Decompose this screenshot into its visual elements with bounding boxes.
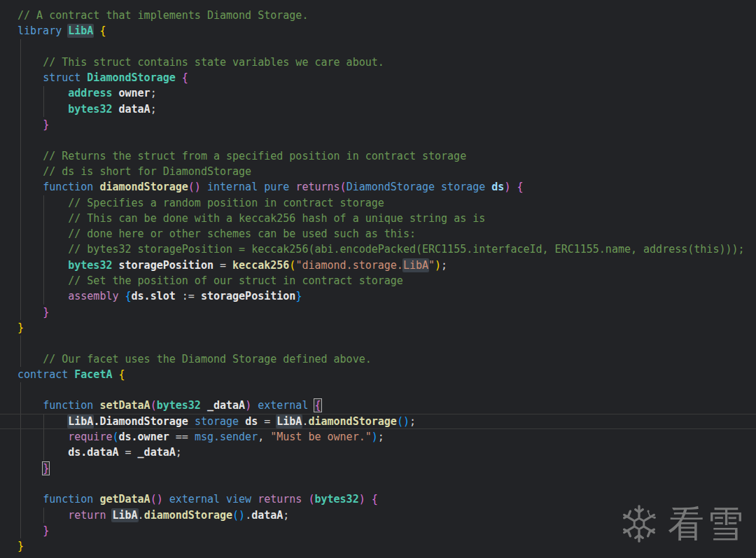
- code-token: [18, 87, 68, 99]
- code-token: external: [169, 493, 220, 505]
- code-token: (: [150, 399, 157, 412]
- code-token: function: [43, 399, 93, 412]
- code-line[interactable]: // This can be done with a keccak256 has…: [0, 211, 756, 226]
- code-token: require: [68, 431, 112, 443]
- code-line[interactable]: struct DiamondStorage {: [0, 70, 756, 85]
- code-line[interactable]: // Set the position of our struct in con…: [0, 273, 756, 288]
- code-token: keccak256: [232, 259, 289, 272]
- code-editor[interactable]: // A contract that implements Diamond St…: [0, 0, 756, 558]
- code-token: =: [258, 415, 276, 428]
- code-token: {: [372, 493, 378, 505]
- code-token: ;: [150, 87, 157, 99]
- code-token: [18, 165, 43, 178]
- code-token: ds.dataA: [68, 446, 118, 459]
- code-line[interactable]: bytes32 storagePosition = keccak256("dia…: [0, 258, 756, 273]
- code-token: [435, 181, 441, 193]
- code-line[interactable]: [0, 476, 756, 491]
- code-line[interactable]: require(ds.owner == msg.sender, "Must be…: [0, 429, 756, 445]
- code-line[interactable]: }: [0, 461, 756, 476]
- code-token: [80, 71, 87, 84]
- code-token: [18, 431, 68, 443]
- code-line[interactable]: [0, 335, 756, 351]
- code-token: setDataA: [99, 399, 150, 412]
- code-line[interactable]: ds.dataA = _dataA;: [0, 445, 756, 460]
- highlighted-token: LibA: [112, 509, 137, 522]
- code-token: [485, 181, 491, 193]
- code-token: bytes32: [68, 259, 112, 272]
- code-line[interactable]: // bytes32 storagePosition = keccak256(a…: [0, 242, 756, 257]
- code-line[interactable]: }: [0, 320, 756, 335]
- code-token: (): [150, 493, 163, 505]
- code-token: bytes32: [314, 493, 358, 505]
- code-token: }: [43, 306, 49, 319]
- code-token: function: [43, 181, 93, 193]
- code-token: [68, 368, 74, 381]
- code-line[interactable]: }: [0, 117, 756, 132]
- code-token: {: [119, 368, 125, 381]
- code-token: storage: [195, 415, 239, 428]
- code-area[interactable]: // A contract that implements Diamond St…: [0, 8, 756, 554]
- code-token: getDataA: [99, 493, 150, 505]
- code-line[interactable]: function setDataA(bytes32 _dataA) extern…: [0, 398, 756, 413]
- code-token: (: [112, 431, 118, 443]
- code-line[interactable]: // Specifies a random position in contra…: [0, 195, 756, 211]
- code-token: // done here or other schemes can be use…: [68, 228, 416, 240]
- code-token: // Specifies a random position in contra…: [68, 197, 384, 209]
- code-line[interactable]: [0, 39, 756, 55]
- code-token: [251, 493, 258, 505]
- code-line[interactable]: LibA.DiamondStorage storage ds = LibA.di…: [0, 414, 756, 429]
- code-token: pure: [264, 181, 289, 193]
- code-line[interactable]: // done here or other schemes can be use…: [0, 226, 756, 242]
- code-token: [18, 399, 43, 412]
- code-token: ): [435, 259, 441, 272]
- code-token: ds: [491, 181, 504, 193]
- code-line[interactable]: contract FacetA {: [0, 367, 756, 382]
- code-line[interactable]: [0, 132, 756, 148]
- code-token: {: [99, 25, 106, 37]
- code-token: [18, 243, 68, 256]
- code-token: _dataA: [138, 446, 176, 459]
- code-line[interactable]: // Returns the struct from a specified p…: [0, 148, 756, 164]
- code-line[interactable]: assembly {ds.slot := storagePosition}: [0, 288, 756, 304]
- code-line[interactable]: bytes32 dataA;: [0, 102, 756, 117]
- code-token: [112, 103, 118, 116]
- code-line[interactable]: }: [0, 305, 756, 320]
- code-token: [62, 25, 68, 37]
- code-token: (): [188, 181, 201, 193]
- code-token: return: [68, 509, 106, 522]
- code-token: [18, 103, 68, 116]
- code-token: storagePosition: [201, 290, 295, 302]
- code-line[interactable]: // ds is short for DiamondStorage: [0, 164, 756, 179]
- code-token: ==: [169, 431, 195, 443]
- code-token: }: [18, 321, 24, 334]
- code-token: ,: [258, 431, 270, 443]
- highlighted-token: LibA: [68, 25, 93, 37]
- code-token: [18, 353, 43, 365]
- code-line[interactable]: [0, 382, 756, 398]
- code-token: DiamondStorage: [346, 181, 435, 193]
- code-token: view: [226, 493, 251, 505]
- code-token: [18, 197, 68, 209]
- code-token: }: [43, 462, 49, 475]
- code-token: [251, 399, 258, 412]
- code-token: [18, 274, 68, 287]
- code-token: address: [68, 87, 112, 99]
- code-token: ): [245, 399, 251, 412]
- code-token: [163, 493, 169, 505]
- code-token: {: [314, 399, 321, 412]
- code-line[interactable]: // Our facet uses the Diamond Storage de…: [0, 351, 756, 367]
- code-line[interactable]: // This struct contains state variables …: [0, 55, 756, 70]
- code-token: [365, 493, 372, 505]
- code-token: diamondStorage: [308, 415, 396, 428]
- code-line[interactable]: library LibA {: [0, 23, 756, 39]
- code-line[interactable]: // A contract that implements Diamond St…: [0, 8, 756, 23]
- code-token: [18, 228, 68, 240]
- code-line[interactable]: address owner;: [0, 85, 756, 101]
- code-token: ;: [441, 259, 447, 272]
- code-token: (): [232, 509, 245, 522]
- code-line[interactable]: function diamondStorage() internal pure …: [0, 179, 756, 195]
- code-token: [18, 212, 68, 225]
- code-token: [112, 259, 118, 272]
- code-token: // A contract that implements Diamond St…: [18, 9, 308, 22]
- code-token: (): [397, 415, 410, 428]
